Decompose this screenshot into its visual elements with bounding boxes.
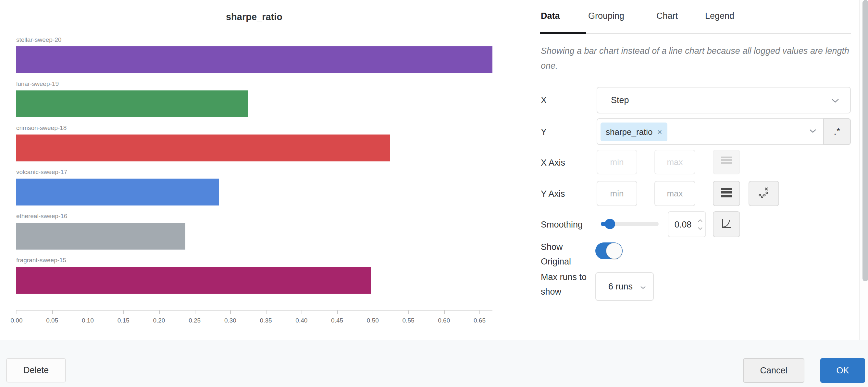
axis-tick-mark <box>479 311 480 314</box>
tab-legend[interactable]: Legend <box>705 11 734 21</box>
y-log-scale-button[interactable] <box>713 181 740 206</box>
bar <box>16 135 390 162</box>
axis-tick-mark <box>444 311 445 314</box>
x-metric-dropdown[interactable]: Step <box>597 87 851 113</box>
axis-tick-mark <box>159 311 160 314</box>
axis-tick-label: 0.10 <box>82 317 94 324</box>
smoothing-slider[interactable] <box>601 222 659 226</box>
tab-grouping[interactable]: Grouping <box>588 11 624 21</box>
axis-tick-label: 0.55 <box>403 317 414 324</box>
chevron-down-icon <box>831 87 839 113</box>
x-axis-max-input[interactable] <box>654 150 695 174</box>
chart-bar-row: fragrant-sweep-15 <box>16 257 492 301</box>
chart-title: sharpe_ratio <box>16 12 492 22</box>
x-axis-label: X Axis <box>541 158 565 168</box>
axis-tick-mark <box>230 311 231 314</box>
chevron-down-icon <box>640 273 646 300</box>
tabs-divider <box>541 33 851 34</box>
axis-tick-label: 0.30 <box>224 317 236 324</box>
axis-tick-mark <box>373 311 373 314</box>
bar <box>16 46 492 73</box>
smoothing-label: Smoothing <box>541 220 583 230</box>
show-original-toggle[interactable] <box>595 242 623 259</box>
axis-tick-label: 0.65 <box>474 317 486 324</box>
log-scale-icon <box>720 186 733 201</box>
run-name-label: ethereal-sweep-16 <box>16 213 67 220</box>
chart-bar-row: lunar-sweep-19 <box>16 80 492 125</box>
remove-metric-icon[interactable]: × <box>657 127 662 137</box>
chart-bar-row: volcanic-sweep-17 <box>16 169 492 213</box>
panel-editor-dialog: sharpe_ratio stellar-sweep-20lunar-sweep… <box>0 0 868 387</box>
axis-tick-label: 0.45 <box>331 317 343 324</box>
axis-tick-mark <box>337 311 338 314</box>
slider-thumb[interactable] <box>605 219 615 229</box>
cancel-button[interactable]: Cancel <box>743 358 804 383</box>
stepper-down-icon[interactable] <box>698 225 703 232</box>
bar <box>16 91 248 117</box>
chart-bar-row: crimson-sweep-18 <box>16 125 492 169</box>
axis-tick-label: 0.35 <box>260 317 272 324</box>
chart-bar-row: stellar-sweep-20 <box>16 36 492 80</box>
run-name-label: lunar-sweep-19 <box>16 80 59 87</box>
run-name-label: stellar-sweep-20 <box>16 36 61 43</box>
chevron-down-icon <box>809 129 816 135</box>
axis-tick-label: 0.40 <box>296 317 307 324</box>
run-name-label: crimson-sweep-18 <box>16 125 66 132</box>
bar <box>16 223 185 250</box>
axis-tick-mark <box>408 311 409 314</box>
stepper-up-icon[interactable] <box>698 218 703 224</box>
max-runs-label: Max runs to show <box>541 270 594 299</box>
show-original-label: Show Original <box>541 240 594 269</box>
tab-chart[interactable]: Chart <box>656 11 678 21</box>
active-tab-underline <box>540 32 586 34</box>
smoothing-stepper[interactable] <box>698 218 703 232</box>
smoothing-value-input[interactable] <box>669 212 698 237</box>
axis-tick-label: 0.00 <box>11 317 23 324</box>
x-axis-min-input[interactable] <box>597 150 637 174</box>
chart-type-note: Showing a bar chart instead of a line ch… <box>541 43 852 73</box>
axis-tick-label: 0.15 <box>118 317 129 324</box>
axis-tick-label: 0.50 <box>367 317 379 324</box>
run-name-label: volcanic-sweep-17 <box>16 169 67 176</box>
axis-tick-mark <box>123 311 124 314</box>
y-axis-label: Y Axis <box>541 189 565 199</box>
y-axis-min-input[interactable] <box>597 181 637 206</box>
y-label: Y <box>541 127 547 137</box>
axis-tick-mark <box>195 311 195 314</box>
log-scale-icon <box>720 154 733 170</box>
axis-tick-mark <box>52 311 53 314</box>
bar <box>16 267 371 294</box>
run-name-label: fragrant-sweep-15 <box>16 257 66 264</box>
ignore-outliers-icon <box>757 186 771 201</box>
y-metric-tag-label: sharpe_ratio <box>606 127 653 137</box>
x-label: X <box>541 95 547 105</box>
bar <box>16 179 219 206</box>
scrollbar-track[interactable] <box>859 0 868 340</box>
delete-button[interactable]: Delete <box>6 358 66 383</box>
footer-bar: Delete Cancel OK <box>0 340 868 387</box>
x-log-scale-button[interactable] <box>713 150 740 174</box>
y-metric-combobox[interactable]: sharpe_ratio × .* <box>597 118 851 145</box>
bar-chart: stellar-sweep-20lunar-sweep-19crimson-sw… <box>16 36 492 328</box>
axis-tick-label: 0.60 <box>438 317 450 324</box>
axis-tick-mark <box>17 311 17 314</box>
chart-bar-row: ethereal-sweep-16 <box>16 213 492 257</box>
y-axis-max-input[interactable] <box>654 181 695 206</box>
x-axis-line <box>16 310 492 311</box>
ok-button[interactable]: OK <box>820 358 865 383</box>
axis-tick-mark <box>88 311 88 314</box>
smoothing-value-box <box>668 211 706 237</box>
smoothing-type-button[interactable] <box>713 211 740 237</box>
tab-data[interactable]: Data <box>541 11 560 21</box>
axis-tick-label: 0.05 <box>46 317 58 324</box>
ignore-outliers-button[interactable] <box>748 181 779 206</box>
y-metric-tag: sharpe_ratio × <box>600 122 668 141</box>
smoothing-curve-icon <box>720 217 733 232</box>
axis-tick-mark <box>266 311 267 314</box>
regex-toggle-button[interactable]: .* <box>823 118 851 145</box>
max-runs-dropdown[interactable]: 6 runs <box>595 272 654 301</box>
scrollbar-thumb[interactable] <box>863 0 868 281</box>
x-metric-value: Step <box>611 95 629 105</box>
max-runs-value: 6 runs <box>608 282 633 291</box>
axis-tick-label: 0.20 <box>153 317 165 324</box>
